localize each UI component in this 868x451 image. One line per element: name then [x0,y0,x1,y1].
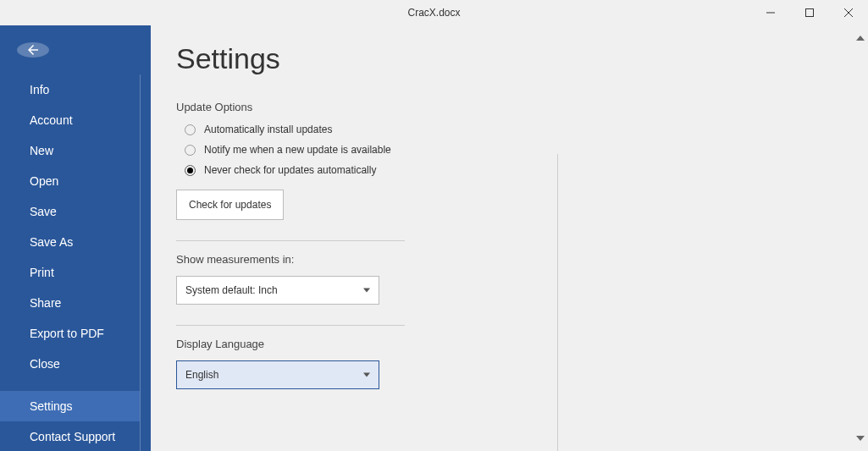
sidebar-item-settings[interactable]: Settings [0,391,140,421]
update-option-label: Never check for updates automatically [204,164,376,176]
language-select[interactable]: English [176,360,379,389]
divider [176,240,405,241]
sidebar-item-save[interactable]: Save [0,196,140,227]
radio-icon [185,145,196,156]
maximize-button[interactable] [790,0,829,25]
sidebar-item-new[interactable]: New [0,135,140,166]
radio-icon [185,165,196,176]
radio-icon [185,124,196,135]
sidebar-item-export-pdf[interactable]: Export to PDF [0,318,140,349]
divider [176,325,405,326]
page-title: Settings [176,42,843,75]
sidebar-item-account[interactable]: Account [0,105,140,135]
scroll-up-icon[interactable] [856,30,865,46]
window-controls [751,0,868,25]
sidebar-item-save-as[interactable]: Save As [0,227,140,257]
update-option-auto-install[interactable]: Automatically install updates [185,124,405,135]
update-option-notify[interactable]: Notify me when a new update is available [185,144,405,156]
language-value: English [185,369,218,381]
measurements-heading: Show measurements in: [176,253,405,266]
sidebar-list: Info Account New Open Save Save As Print… [0,74,141,451]
sidebar-item-contact-support[interactable]: Contact Support [0,421,140,451]
measurements-select[interactable]: System default: Inch [176,276,379,305]
vertical-divider [557,154,558,451]
svg-rect-1 [806,9,814,17]
measurements-value: System default: Inch [185,284,278,296]
sidebar-item-close[interactable]: Close [0,349,140,379]
scrollbar[interactable] [853,30,868,446]
sidebar: Info Account New Open Save Save As Print… [0,25,151,451]
back-button[interactable] [17,42,49,58]
sidebar-item-print[interactable]: Print [0,257,140,288]
update-options-heading: Update Options [176,101,405,113]
scroll-down-icon[interactable] [856,431,865,446]
minimize-button[interactable] [751,0,790,25]
chevron-down-icon [363,284,370,296]
check-for-updates-button[interactable]: Check for updates [176,190,284,220]
window-title: CracX.docx [407,7,460,19]
chevron-down-icon [363,369,370,381]
titlebar: CracX.docx [0,0,868,25]
sidebar-item-share[interactable]: Share [0,288,140,318]
settings-column: Update Options Automatically install upd… [176,101,405,389]
update-option-never[interactable]: Never check for updates automatically [185,164,405,176]
main-panel: Settings Update Options Automatically in… [151,25,868,451]
language-heading: Display Language [176,338,405,350]
update-option-label: Automatically install updates [204,124,332,135]
sidebar-item-info[interactable]: Info [0,74,140,105]
sidebar-item-open[interactable]: Open [0,166,140,196]
close-button[interactable] [829,0,868,25]
update-option-label: Notify me when a new update is available [204,144,391,156]
